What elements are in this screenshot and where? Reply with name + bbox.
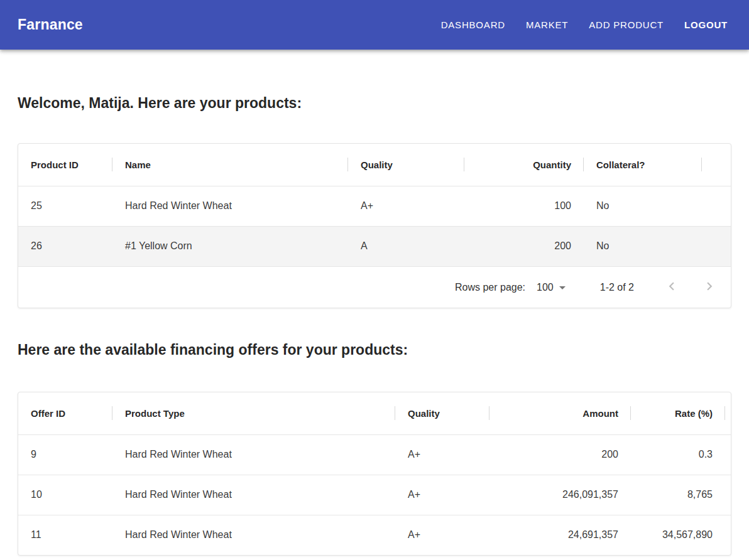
- chevron-right-icon: [701, 278, 718, 296]
- cell-quality: A+: [395, 475, 489, 515]
- spacer-cell: [725, 515, 731, 555]
- table-row: 25 Hard Red Winter Wheat A+ 100 No: [18, 186, 731, 226]
- cell-quantity: 200: [464, 226, 584, 266]
- next-page-button[interactable]: [694, 272, 724, 303]
- cell-amount: 24,691,357: [489, 515, 631, 555]
- cell-quality: A+: [395, 434, 489, 475]
- cell-product-id: 26: [18, 226, 112, 266]
- nav-item-dashboard[interactable]: DASHBOARD: [441, 19, 505, 30]
- pagination: Rows per page: 100 1-2 of 2: [18, 266, 731, 308]
- products-table-card: Product ID Name Quality Quantity Collate…: [18, 143, 731, 308]
- cell-offer-id: 10: [18, 475, 112, 515]
- col-header-quality[interactable]: Quality: [395, 392, 489, 434]
- spacer-cell: [702, 186, 731, 226]
- cell-rate: 0.3: [631, 434, 725, 475]
- cell-quality: A: [348, 226, 464, 266]
- spacer-cell: [725, 475, 731, 515]
- table-row: 10 Hard Red Winter Wheat A+ 246,091,357 …: [18, 475, 731, 515]
- cell-amount: 246,091,357: [489, 475, 631, 515]
- page-content: Welcome, Matija. Here are your products:…: [0, 94, 749, 556]
- cell-product-id: 25: [18, 186, 112, 226]
- cell-product-type: Hard Red Winter Wheat: [112, 475, 395, 515]
- nav-item-add-product[interactable]: ADD PRODUCT: [589, 19, 664, 30]
- col-header-quality[interactable]: Quality: [348, 144, 464, 186]
- chevron-left-icon: [664, 278, 680, 296]
- caret-down-icon: [554, 280, 570, 295]
- table-row: 26 #1 Yellow Corn A 200 No: [18, 226, 731, 266]
- cell-offer-id: 9: [18, 434, 112, 475]
- cell-quality: A+: [348, 186, 464, 226]
- nav-item-logout[interactable]: LOGOUT: [684, 19, 728, 30]
- cell-rate: 34,567,890: [631, 515, 725, 555]
- spacer-cell: [725, 434, 731, 475]
- col-header-name[interactable]: Name: [112, 144, 348, 186]
- offers-table: Offer ID Product Type Quality Amount Rat…: [18, 392, 731, 555]
- offers-table-card: Offer ID Product Type Quality Amount Rat…: [18, 392, 731, 556]
- nav-item-market[interactable]: MARKET: [526, 19, 568, 30]
- cell-rate: 8,765: [631, 475, 725, 515]
- cell-product-type: Hard Red Winter Wheat: [112, 515, 395, 555]
- spacer-cell: [725, 392, 731, 434]
- previous-page-button[interactable]: [657, 272, 687, 303]
- cell-quantity: 100: [464, 186, 584, 226]
- brand-logo: Farnance: [18, 16, 83, 33]
- spacer-cell: [702, 144, 731, 186]
- offers-heading: Here are the available financing offers …: [18, 341, 731, 358]
- offers-header-row: Offer ID Product Type Quality Amount Rat…: [18, 392, 731, 434]
- products-table: Product ID Name Quality Quantity Collate…: [18, 144, 731, 266]
- cell-amount: 200: [489, 434, 631, 475]
- spacer-cell: [702, 226, 731, 266]
- products-header-row: Product ID Name Quality Quantity Collate…: [18, 144, 731, 186]
- cell-offer-id: 11: [18, 515, 112, 555]
- cell-name: #1 Yellow Corn: [112, 226, 348, 266]
- cell-collateral: No: [584, 226, 702, 266]
- col-header-quantity[interactable]: Quantity: [464, 144, 584, 186]
- app-bar: Farnance DASHBOARD MARKET ADD PRODUCT LO…: [0, 0, 749, 50]
- rows-per-page-value: 100: [537, 282, 554, 293]
- products-heading: Welcome, Matija. Here are your products:: [18, 94, 731, 112]
- cell-name: Hard Red Winter Wheat: [112, 186, 348, 226]
- nav-links: DASHBOARD MARKET ADD PRODUCT LOGOUT: [441, 19, 728, 30]
- table-row: 9 Hard Red Winter Wheat A+ 200 0.3: [18, 434, 731, 475]
- col-header-rate[interactable]: Rate (%): [631, 392, 725, 434]
- col-header-collateral[interactable]: Collateral?: [584, 144, 702, 186]
- cell-product-type: Hard Red Winter Wheat: [112, 434, 395, 475]
- rows-per-page-select[interactable]: 100: [537, 280, 570, 295]
- col-header-product-id[interactable]: Product ID: [18, 144, 112, 186]
- table-row: 11 Hard Red Winter Wheat A+ 24,691,357 3…: [18, 515, 731, 555]
- cell-collateral: No: [584, 186, 702, 226]
- pagination-range: 1-2 of 2: [600, 282, 634, 293]
- col-header-offer-id[interactable]: Offer ID: [18, 392, 112, 434]
- col-header-amount[interactable]: Amount: [489, 392, 631, 434]
- rows-per-page-label: Rows per page:: [455, 282, 525, 293]
- cell-quality: A+: [395, 515, 489, 555]
- col-header-product-type[interactable]: Product Type: [112, 392, 395, 434]
